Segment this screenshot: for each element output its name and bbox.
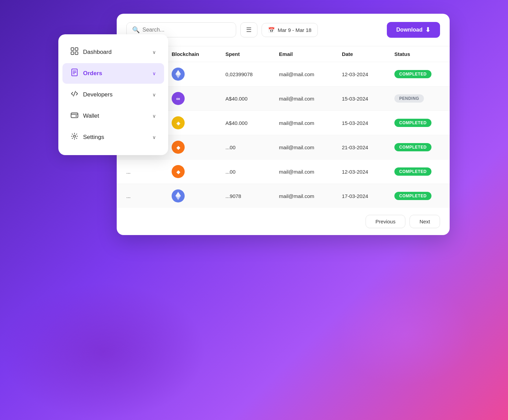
- status-badge: COMPLETED: [394, 119, 431, 127]
- cell-status: COMPLETED: [385, 135, 450, 160]
- developers-icon: [71, 90, 78, 100]
- cell-order-id: ...: [117, 184, 162, 208]
- sidebar-item-label: Developers: [83, 91, 113, 98]
- cell-email: mail@mail.com: [269, 111, 332, 135]
- sidebar-item-developers[interactable]: Developers ∨: [62, 84, 164, 105]
- table-row[interactable]: ... ◆ ...00 mail@mail.com 12-03-2024 COM…: [117, 160, 450, 184]
- cell-date: 12-03-2024: [332, 160, 385, 184]
- cell-status: COMPLETED: [385, 160, 450, 184]
- cell-date: 17-03-2024: [332, 184, 385, 208]
- cell-spent: A$40.000: [216, 111, 269, 135]
- svg-rect-16: [71, 52, 74, 55]
- chevron-down-icon: ∨: [152, 113, 156, 119]
- status-badge: COMPLETED: [394, 70, 431, 78]
- svg-text:◈: ◈: [176, 120, 180, 126]
- sidebar-item-label: Dashboard: [83, 49, 112, 56]
- col-blockchain: Blockchain: [162, 46, 216, 62]
- cell-date: 12-03-2024: [332, 62, 385, 86]
- cell-blockchain: [162, 184, 216, 208]
- filter-button[interactable]: ☰: [240, 22, 257, 37]
- sidebar-item-label: Settings: [83, 134, 104, 141]
- cell-spent: 0,02399078: [216, 62, 269, 86]
- sidebar-item-wallet[interactable]: Wallet ∨: [62, 106, 164, 126]
- status-badge: COMPLETED: [394, 192, 431, 200]
- col-date: Date: [332, 46, 385, 62]
- cell-order-id: ...: [117, 160, 162, 184]
- cell-email: mail@mail.com: [269, 160, 332, 184]
- pagination: Previous Next: [117, 208, 450, 235]
- cell-date: 15-03-2024: [332, 86, 385, 111]
- filter-icon: ☰: [246, 26, 252, 34]
- calendar-icon: 📅: [268, 27, 275, 33]
- sidebar-item-content: Developers: [71, 90, 113, 100]
- chevron-down-icon: ∨: [152, 92, 156, 97]
- cell-blockchain: ∞: [162, 86, 216, 111]
- svg-rect-15: [75, 48, 78, 50]
- download-icon: ⬇: [425, 26, 430, 34]
- col-status: Status: [385, 46, 450, 62]
- previous-button[interactable]: Previous: [366, 215, 405, 228]
- sidebar-item-dashboard[interactable]: Dashboard ∨: [62, 42, 164, 62]
- cell-status: COMPLETED: [385, 111, 450, 135]
- chevron-down-icon: ∨: [152, 71, 156, 76]
- cell-email: mail@mail.com: [269, 62, 332, 86]
- status-badge: COMPLETED: [394, 143, 431, 151]
- svg-rect-17: [75, 52, 78, 55]
- col-spent: Spent: [216, 46, 269, 62]
- sidebar-item-settings[interactable]: Settings ∨: [62, 127, 164, 148]
- sidebar-item-label: Orders: [83, 70, 102, 77]
- sidebar-item-content: Dashboard: [71, 47, 112, 57]
- status-badge: COMPLETED: [394, 167, 431, 176]
- svg-text:∞: ∞: [176, 96, 180, 102]
- cell-spent: ...00: [216, 135, 269, 160]
- cell-email: mail@mail.com: [269, 184, 332, 208]
- status-badge: PENDING: [394, 94, 424, 103]
- chevron-down-icon: ∨: [152, 49, 156, 55]
- cell-date: 15-03-2024: [332, 111, 385, 135]
- date-range-label: Mar 9 - Mar 18: [278, 27, 311, 33]
- wallet-icon: [71, 111, 78, 121]
- cell-blockchain: ◆: [162, 135, 216, 160]
- cell-email: mail@mail.com: [269, 135, 332, 160]
- download-label: Download: [396, 27, 423, 33]
- svg-rect-14: [71, 48, 74, 50]
- sidebar: Dashboard ∨ Orders ∨ Developers ∨ Wallet…: [58, 34, 168, 155]
- cell-blockchain: [162, 62, 216, 86]
- page-container: 🔍 ☰ 📅 Mar 9 - Mar 18 Download ⬇ Order Id…: [58, 14, 450, 235]
- cell-email: mail@mail.com: [269, 86, 332, 111]
- search-icon: 🔍: [132, 26, 140, 34]
- cell-status: COMPLETED: [385, 62, 450, 86]
- date-range-button[interactable]: 📅 Mar 9 - Mar 18: [262, 23, 318, 37]
- sidebar-item-content: Orders: [71, 69, 102, 78]
- orders-icon: [71, 69, 78, 78]
- search-input[interactable]: [142, 27, 230, 33]
- cell-status: COMPLETED: [385, 184, 450, 208]
- download-button[interactable]: Download ⬇: [387, 22, 440, 38]
- svg-rect-23: [71, 113, 78, 118]
- cell-status: PENDING: [385, 86, 450, 111]
- svg-text:◆: ◆: [176, 169, 180, 175]
- sidebar-item-content: Settings: [71, 132, 104, 142]
- cell-spent: ...00: [216, 160, 269, 184]
- cell-spent: ...9078: [216, 184, 269, 208]
- sidebar-item-content: Wallet: [71, 111, 99, 121]
- svg-line-22: [73, 91, 76, 96]
- chevron-down-icon: ∨: [152, 135, 156, 140]
- cell-blockchain: ◆: [162, 160, 216, 184]
- next-button[interactable]: Next: [409, 215, 440, 228]
- cell-blockchain: ◈: [162, 111, 216, 135]
- cell-spent: A$40.000: [216, 86, 269, 111]
- cell-date: 21-03-2024: [332, 135, 385, 160]
- col-email: Email: [269, 46, 332, 62]
- sidebar-item-label: Wallet: [83, 113, 99, 119]
- svg-point-25: [73, 135, 76, 137]
- svg-point-24: [76, 115, 77, 117]
- settings-icon: [71, 132, 78, 142]
- dashboard-icon: [71, 47, 78, 57]
- svg-text:◆: ◆: [176, 145, 180, 150]
- sidebar-item-orders[interactable]: Orders ∨: [62, 63, 164, 84]
- table-row[interactable]: ... ...9078 mail@mail.com 17-03-2024 COM…: [117, 184, 450, 208]
